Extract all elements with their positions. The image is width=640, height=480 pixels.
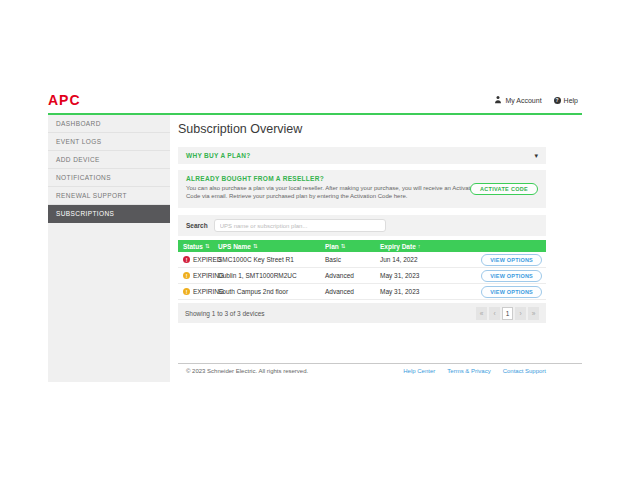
column-label: Status	[183, 243, 203, 250]
user-icon	[494, 95, 502, 105]
help-button[interactable]: ? Help	[554, 97, 578, 104]
sort-icon: ⇅	[205, 243, 210, 249]
sidebar-item-dashboard[interactable]: DASHBOARD	[48, 115, 170, 133]
ups-name-cell: Dublin 1, SMT1000RM2UC	[218, 272, 325, 279]
view-options-button[interactable]: VIEW OPTIONS	[481, 270, 542, 282]
actions-cell: VIEW OPTIONS	[470, 254, 546, 266]
expiring-status-icon: !	[183, 288, 190, 295]
search-bar: Search	[178, 215, 546, 236]
last-page-button[interactable]: »	[528, 307, 539, 320]
current-page-button[interactable]: 1	[502, 307, 513, 320]
reseller-heading: ALREADY BOUGHT FROM A RESELLER?	[186, 175, 538, 182]
status-cell: ! EXPIRING	[183, 272, 218, 279]
table-header-row: Status ⇅ UPS Name ⇅ Plan ⇅ Expiry Date ↑	[178, 240, 546, 252]
plan-cell: Basic	[325, 256, 380, 263]
pagination-bar: Showing 1 to 3 of 3 devices « ‹ 1 › »	[178, 303, 546, 323]
help-center-link[interactable]: Help Center	[403, 368, 435, 374]
my-account-button[interactable]: My Account	[494, 95, 541, 105]
help-label: Help	[564, 97, 578, 104]
expiry-date-cell: May 31, 2023	[380, 288, 470, 295]
view-options-button[interactable]: VIEW OPTIONS	[481, 286, 542, 298]
search-input[interactable]	[214, 219, 386, 232]
column-header-plan[interactable]: Plan ⇅	[325, 243, 380, 250]
sort-icon: ⇅	[341, 243, 346, 249]
reseller-section: ALREADY BOUGHT FROM A RESELLER? You can …	[178, 170, 546, 208]
apc-logo: APC	[48, 92, 81, 108]
view-options-button[interactable]: VIEW OPTIONS	[481, 254, 542, 266]
sort-icon: ⇅	[253, 243, 258, 249]
column-header-status[interactable]: Status ⇅	[183, 243, 218, 250]
column-label: Expiry Date	[380, 243, 416, 250]
plan-cell: Advanced	[325, 272, 380, 279]
results-summary: Showing 1 to 3 of 3 devices	[185, 310, 265, 317]
help-icon: ?	[554, 97, 561, 104]
first-page-button[interactable]: «	[476, 307, 487, 320]
footer-divider	[178, 363, 582, 364]
page-title: Subscription Overview	[178, 122, 302, 136]
footer-links: Help Center Terms & Privacy Contact Supp…	[403, 368, 546, 374]
column-label: UPS Name	[218, 243, 251, 250]
reseller-body-text: You can also purchase a plan via your lo…	[186, 185, 481, 200]
table-row: ! EXPIRING South Campus 2nd floor Advanc…	[178, 284, 546, 300]
my-account-label: My Account	[505, 97, 541, 104]
sidebar-item-event-logs[interactable]: EVENT LOGS	[48, 133, 170, 151]
sidebar: DASHBOARD EVENT LOGS ADD DEVICE NOTIFICA…	[48, 115, 170, 382]
table-row: ! EXPIRED SMC1000C Key Street R1 Basic J…	[178, 252, 546, 268]
accordion-label: WHY BUY A PLAN?	[186, 152, 250, 159]
actions-cell: VIEW OPTIONS	[470, 286, 546, 298]
expired-status-icon: !	[183, 256, 190, 263]
sidebar-item-renewal-support[interactable]: RENEWAL SUPPORT	[48, 187, 170, 205]
subscriptions-table: Status ⇅ UPS Name ⇅ Plan ⇅ Expiry Date ↑	[178, 240, 546, 300]
column-header-ups-name[interactable]: UPS Name ⇅	[218, 243, 325, 250]
footer: © 2023 Schneider Electric. All rights re…	[178, 368, 546, 374]
chevron-down-icon: ▾	[534, 152, 538, 160]
sidebar-item-subscriptions[interactable]: SUBSCRIPTIONS	[48, 205, 170, 223]
header-actions: My Account ? Help	[494, 95, 582, 105]
contact-support-link[interactable]: Contact Support	[503, 368, 546, 374]
header: APC My Account ? Help	[48, 88, 582, 112]
page: APC My Account ? Help DASHBOARD EVENT LO…	[0, 0, 640, 480]
column-label: Plan	[325, 243, 339, 250]
terms-privacy-link[interactable]: Terms & Privacy	[447, 368, 490, 374]
status-cell: ! EXPIRING	[183, 288, 218, 295]
sidebar-item-add-device[interactable]: ADD DEVICE	[48, 151, 170, 169]
why-buy-a-plan-accordion[interactable]: WHY BUY A PLAN? ▾	[178, 147, 546, 164]
sort-icon: ↑	[418, 243, 421, 249]
column-header-expiry-date[interactable]: Expiry Date ↑	[380, 243, 470, 250]
copyright-text: © 2023 Schneider Electric. All rights re…	[178, 368, 308, 374]
expiring-status-icon: !	[183, 272, 190, 279]
search-label: Search	[186, 222, 208, 229]
pagination-controls: « ‹ 1 › »	[476, 307, 539, 320]
ups-name-cell: SMC1000C Key Street R1	[218, 256, 325, 263]
actions-cell: VIEW OPTIONS	[470, 270, 546, 282]
expiry-date-cell: Jun 14, 2022	[380, 256, 470, 263]
table-row: ! EXPIRING Dublin 1, SMT1000RM2UC Advanc…	[178, 268, 546, 284]
main-content: Subscription Overview WHY BUY A PLAN? ▾ …	[178, 118, 546, 382]
previous-page-button[interactable]: ‹	[489, 307, 500, 320]
plan-cell: Advanced	[325, 288, 380, 295]
expiry-date-cell: May 31, 2023	[380, 272, 470, 279]
sidebar-item-notifications[interactable]: NOTIFICATIONS	[48, 169, 170, 187]
next-page-button[interactable]: ›	[515, 307, 526, 320]
ups-name-cell: South Campus 2nd floor	[218, 288, 325, 295]
status-cell: ! EXPIRED	[183, 256, 218, 263]
activate-code-button[interactable]: ACTIVATE CODE	[470, 183, 538, 195]
